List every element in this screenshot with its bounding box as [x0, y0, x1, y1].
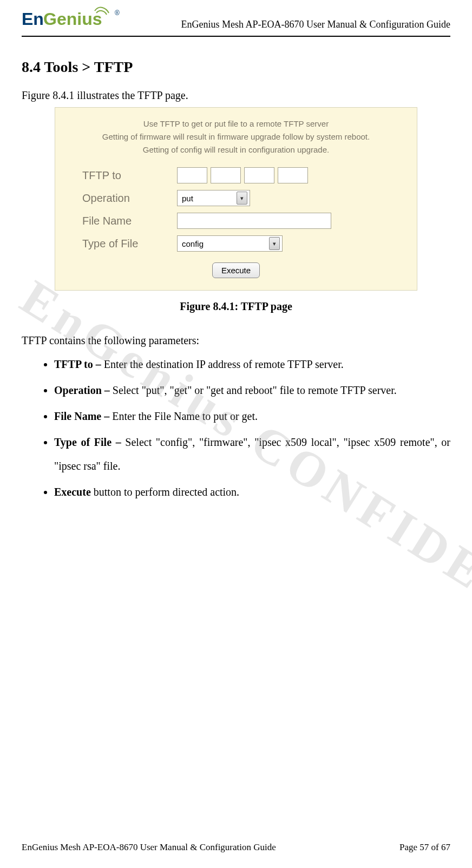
params-intro: TFTP contains the following parameters: [22, 334, 450, 347]
param-label: TFTP to – [54, 358, 104, 370]
page-footer: EnGenius Mesh AP-EOA-8670 User Manual & … [22, 842, 450, 853]
figure-caption: Figure 8.4.1: TFTP page [22, 300, 450, 313]
label-type-of-file: Type of File [82, 238, 166, 250]
footer-left: EnGenius Mesh AP-EOA-8670 User Manual & … [22, 842, 276, 853]
chevron-down-icon: ▾ [269, 237, 280, 250]
list-item: File Name – Enter the File Name to put o… [54, 404, 450, 428]
param-label: Execute [54, 486, 91, 498]
tftp-ip-octet-3[interactable] [244, 167, 274, 183]
footer-right: Page 57 of 67 [399, 842, 450, 853]
header-doc-title: EnGenius Mesh AP-EOA-8670 User Manual & … [181, 19, 450, 30]
list-item: Execute button to perform directed actio… [54, 480, 450, 504]
label-operation: Operation [82, 192, 166, 205]
screenshot-desc-3: Getting of config will result in configu… [66, 143, 406, 156]
list-item: Type of File – Select "config", "firmwar… [54, 430, 450, 478]
param-label: Type of File – [54, 436, 125, 448]
list-item: TFTP to – Enter the destination IP addre… [54, 352, 450, 376]
execute-button[interactable]: Execute [212, 262, 260, 278]
params-list: TFTP to – Enter the destination IP addre… [22, 352, 450, 504]
label-tftp-to: TFTP to [82, 169, 166, 182]
tftp-ip-octet-2[interactable] [211, 167, 241, 183]
tftp-screenshot-panel: Use TFTP to get or put file to a remote … [55, 107, 417, 291]
page-header: En Genius ® EnGenius Mesh AP-EOA-8670 Us… [22, 0, 450, 37]
svg-text:®: ® [115, 9, 120, 17]
tftp-to-ip-group [177, 167, 331, 183]
param-desc: Enter the destination IP address of remo… [104, 358, 344, 370]
list-item: Operation – Select "put", "get" or "get … [54, 378, 450, 402]
svg-text:En: En [22, 9, 44, 29]
tftp-ip-octet-4[interactable] [278, 167, 308, 183]
type-of-file-select[interactable]: config ▾ [177, 235, 283, 252]
screenshot-desc-1: Use TFTP to get or put file to a remote … [66, 117, 406, 130]
param-desc: button to perform directed action. [91, 486, 239, 498]
param-desc: Select "put", "get" or "get and reboot" … [113, 384, 397, 396]
engenius-logo: En Genius ® [22, 5, 124, 31]
param-label: File Name – [54, 410, 112, 422]
label-file-name: File Name [82, 215, 166, 227]
svg-text:Genius: Genius [43, 9, 102, 29]
operation-select[interactable]: put ▾ [177, 190, 250, 206]
section-heading: 8.4 Tools > TFTP [22, 58, 450, 76]
section-intro: Figure 8.4.1 illustrates the TFTP page. [22, 89, 450, 102]
file-name-input[interactable] [177, 213, 331, 229]
param-desc: Enter the File Name to put or get. [112, 410, 258, 422]
type-of-file-value: config [182, 239, 204, 248]
param-label: Operation – [54, 384, 113, 396]
screenshot-desc-2: Getting of firmware will result in firmw… [66, 130, 406, 143]
chevron-down-icon: ▾ [237, 192, 247, 205]
tftp-ip-octet-1[interactable] [177, 167, 207, 183]
operation-value: put [182, 194, 193, 203]
